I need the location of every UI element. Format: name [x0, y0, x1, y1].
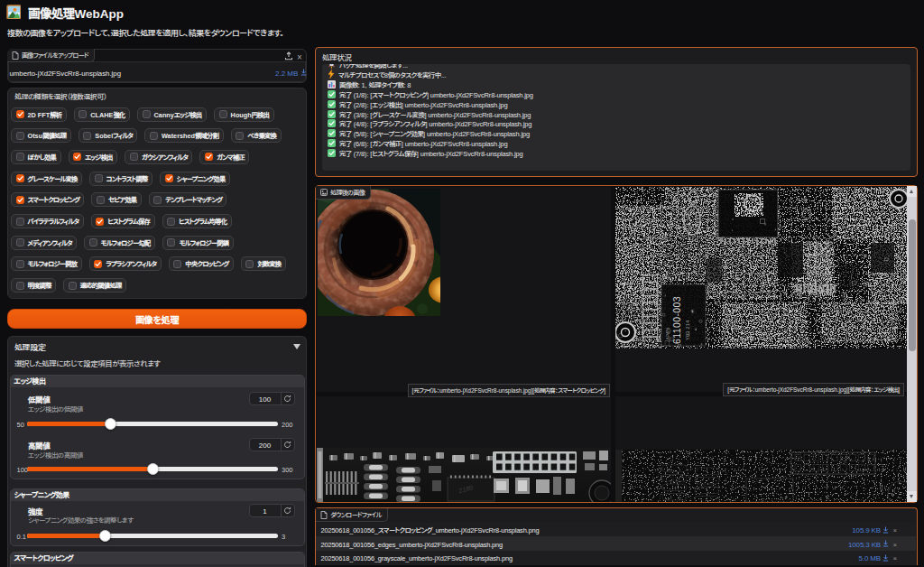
svg-text:61100-003: 61100-003 [671, 296, 682, 344]
svg-text:Y03 214: Y03 214 [685, 320, 690, 340]
